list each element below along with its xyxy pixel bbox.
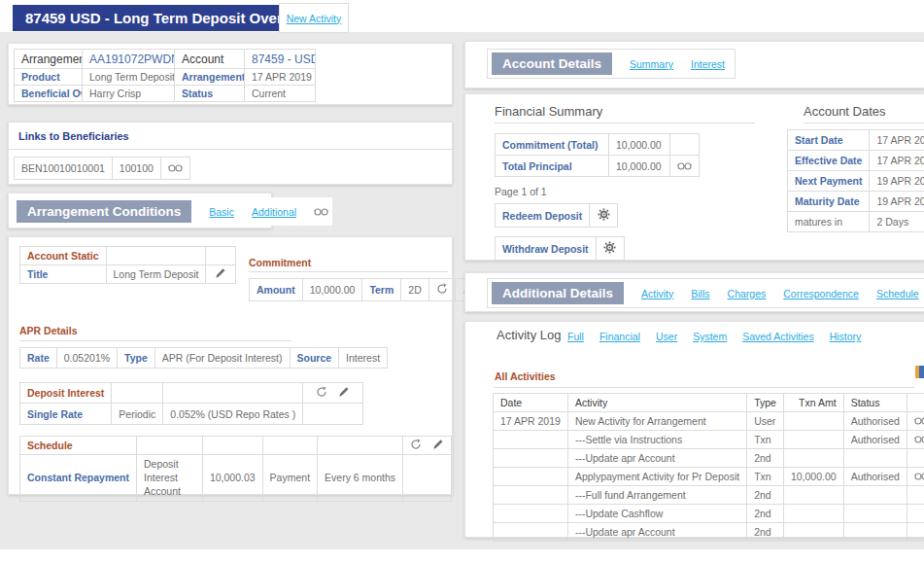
divider [495,387,914,388]
schedule-refresh-icon[interactable] [410,439,422,450]
apr-source-label: Source [290,348,339,369]
withdraw-deposit-button[interactable]: Withdraw Deposit [495,236,625,261]
arrangement-conditions-card: Account Static Title Long Term Deposit C… [8,236,453,495]
conditions-additional-link[interactable]: Additional [252,206,296,218]
view-beneficiary-glasses-icon[interactable] [168,163,183,172]
activity-log-link-system[interactable]: System [693,331,727,342]
new-activity-link[interactable]: New Activity [287,13,342,24]
activity-type: 2nd [747,505,784,523]
withdraw-deposit-gear-icon[interactable] [603,241,616,254]
activity-type: 2nd [747,486,784,505]
redeem-deposit-gear-icon[interactable] [598,208,610,221]
arrangement-conditions-bar: Arrangement Conditions Basic Additional [8,193,272,229]
account-dates-title: Account Dates [804,104,886,119]
maturity-date-label: Maturity Date [788,192,870,212]
apr-type-label: Type [118,348,155,369]
activity-type: 2nd [747,523,784,542]
activity-status [843,486,907,505]
commitment-table: Amount 10,000.00 Term 2D [249,278,482,301]
col-header-txn-amt: Txn Amt [783,394,843,412]
arrangement-id: AA191072PWDN [83,50,175,69]
additional-details-strip: Additional Details Activity Bills Charge… [487,278,924,308]
status-label: Status [175,86,245,102]
schedule-title: Schedule [20,437,137,455]
account-details-title: Account Details [492,53,612,75]
commitment-term-value: 2D [401,279,428,301]
beneficiaries-table: BEN10010010001 100100 [14,157,190,180]
additional-link-correspondence[interactable]: Correspondence [783,288,859,299]
additional-details-title: Additional Details [492,282,624,304]
edit-title-pencil-icon[interactable] [215,267,226,279]
account-id: 87459 - USD [245,50,316,69]
activity-view-glasses-icon[interactable] [914,472,924,480]
activity-type: Txn [747,431,784,449]
additional-link-charges[interactable]: Charges [728,288,767,299]
activity-row: ---Full fund Arrangement 2nd [494,486,924,505]
activity-date [494,486,568,505]
commitment-amount-label: Amount [250,279,303,301]
activity-txn-amt [783,523,843,542]
activity-type: 2nd [747,449,784,468]
total-principal-value: 10,000.00 [609,156,670,177]
account-details-interest-link[interactable]: Interest [691,58,725,70]
additional-link-bills[interactable]: Bills [691,288,709,299]
additional-link-activity[interactable]: Activity [641,288,673,299]
additional-link-schedule[interactable]: Schedule [876,288,919,299]
activity-type: User [747,412,784,431]
beneficial-owner-value: Harry Crisp [83,86,175,102]
financial-summary-title: Financial Summary [495,104,602,119]
activity-date [494,449,568,468]
schedule-edit-pencil-icon[interactable] [432,439,444,450]
redeem-deposit-label[interactable]: Redeem Deposit [496,204,590,228]
arrangement-overview-table: Arrangement AA191072PWDN Account 87459 -… [14,49,316,102]
activity-name: ---Update Cashflow [567,505,746,523]
redeem-deposit-button[interactable]: Redeem Deposit [495,203,618,228]
account-details-strip: Account Details Summary Interest [487,49,736,79]
arrangement-conditions-strip: Arrangement Conditions Basic Additional [13,197,332,226]
schedule-frequency: Every 6 months [318,455,403,502]
start-date-label: Start Date [788,130,870,151]
financial-summary-glasses-icon[interactable] [677,161,692,170]
deposit-interest-edit-pencil-icon[interactable] [338,386,350,398]
conditions-basic-link[interactable]: Basic [209,206,234,218]
commitment-refresh-icon[interactable] [436,283,448,295]
deposit-interest-period: Periodic [112,404,163,425]
deposit-interest-refresh-icon[interactable] [316,386,327,398]
activity-log-link-saved-activities[interactable]: Saved Activities [742,331,814,342]
matures-in-label: matures in [788,212,870,232]
activity-status [843,523,907,542]
all-activities-title: All Activities [495,370,556,382]
account-details-summary-link[interactable]: Summary [630,58,673,70]
arrangement-overview-card: Arrangement AA191072PWDN Account 87459 -… [8,43,453,105]
activity-txn-amt [783,449,843,468]
activity-status [843,505,907,523]
activity-log-link-financial[interactable]: Financial [599,331,640,342]
conditions-view-glasses-icon[interactable] [314,207,328,216]
withdraw-deposit-label[interactable]: Withdraw Deposit [496,237,597,261]
apr-source-value: Interest [339,348,388,369]
activity-status: Authorised [843,431,907,449]
activity-log-links: Full Financial User System Saved Activit… [567,331,861,342]
activity-date [494,468,568,486]
activity-log-title: Activity Log [496,328,561,342]
export-icon[interactable] [915,366,924,378]
divider [804,123,924,123]
apr-rate-value: 0.05201% [56,348,117,369]
activity-row: ---Update Cashflow 2nd [494,505,924,523]
effective-date-value: 17 APR 2019 [870,151,924,171]
account-static-field-value: Long Term Deposit [106,265,206,284]
activity-txn-amt [783,412,843,431]
schedule-field-label: Constant Repayment [20,455,137,502]
apr-details-title: APR Details [19,325,78,336]
page-indicator: Page 1 of 1 [495,186,547,197]
col-header-type: Type [747,394,784,412]
activity-view-glasses-icon[interactable] [914,416,924,425]
activity-log-link-full[interactable]: Full [567,331,584,342]
activity-log-link-history[interactable]: History [830,331,862,342]
activity-log-link-user[interactable]: User [656,331,677,342]
arrangement-label: Arrangement [15,50,83,69]
new-activity-button[interactable]: New Activity [279,3,349,33]
beneficiaries-title: Links to Beneficiaries [18,130,129,142]
activity-view-glasses-icon[interactable] [914,435,924,443]
activity-status: Authorised [843,468,907,486]
